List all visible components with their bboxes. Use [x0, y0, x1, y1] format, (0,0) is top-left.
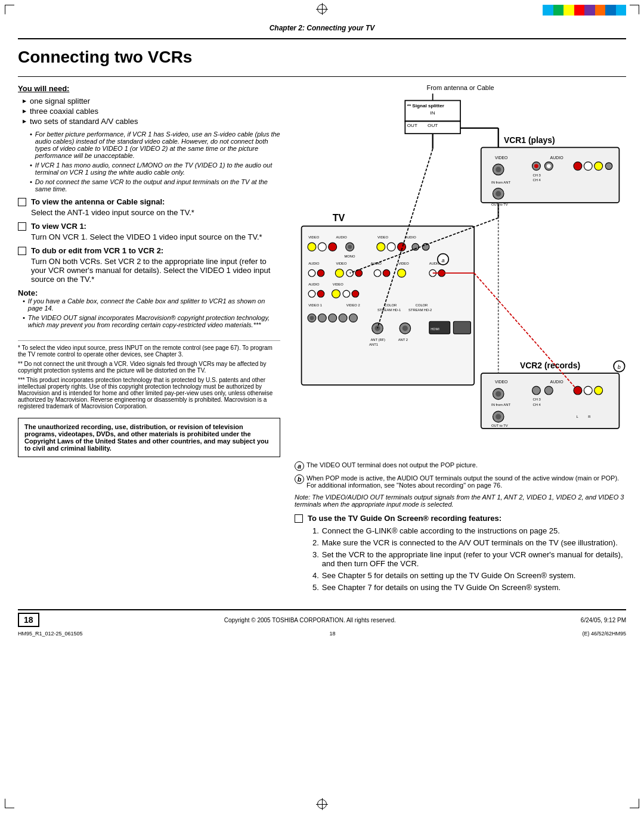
svg-point-54 — [374, 269, 381, 277]
svg-text:** Signal splitter: ** Signal splitter — [407, 103, 445, 108]
svg-point-100 — [544, 386, 553, 395]
svg-text:IN: IN — [431, 110, 435, 116]
svg-text:VIDEO: VIDEO — [336, 262, 347, 265]
svg-text:OUT: OUT — [428, 123, 438, 128]
sub-note-item: For better picture performance, if VCR 1… — [30, 131, 280, 159]
svg-point-83 — [402, 325, 408, 331]
you-will-need-title: You will need: — [18, 84, 280, 93]
annotation-b-letter: b — [295, 474, 304, 484]
bottom-bar: 18 Copyright © 2005 TOSHIBA CORPORATION.… — [18, 609, 626, 627]
svg-point-20 — [574, 162, 582, 170]
svg-point-104 — [584, 386, 592, 395]
footnote-3: *** This product incorporates protection… — [18, 377, 280, 409]
bottom-right: 6/24/05, 9:12 PM — [581, 617, 626, 623]
tvguide-checkbox: To use the TV Guide On Screen® recording… — [295, 514, 626, 595]
page-content: Chapter 2: Connecting your TV Connecting… — [18, 18, 626, 795]
svg-point-77 — [349, 314, 358, 322]
copyright: Copyright © 2005 TOSHIBA CORPORATION. Al… — [224, 617, 396, 623]
svg-point-51 — [335, 269, 343, 277]
list-item: three coaxial cables — [23, 107, 280, 116]
svg-point-107 — [496, 414, 501, 419]
page-title: Connecting two VCRs — [18, 48, 626, 67]
svg-point-73 — [309, 316, 314, 320]
svg-point-61 — [308, 290, 315, 297]
svg-text:CH 4: CH 4 — [533, 178, 541, 182]
title-divider — [18, 38, 626, 39]
svg-point-37 — [348, 245, 352, 249]
svg-point-55 — [383, 269, 390, 277]
svg-text:AUDIO: AUDIO — [336, 235, 348, 239]
step-3-body: Turn ON both VCRs. Set VCR 2 to the appr… — [31, 257, 280, 284]
svg-point-56 — [398, 269, 406, 277]
svg-text:IN from ANT: IN from ANT — [491, 181, 510, 184]
tvguide-checkbox-box[interactable] — [295, 514, 303, 523]
color-bars — [543, 5, 626, 15]
sub-note-item: If VCR 1 has mono audio, connect L/MONO … — [30, 162, 280, 176]
step-3-title: To dub or edit from VCR 1 to VCR 2: — [31, 246, 163, 255]
svg-text:R: R — [588, 415, 590, 418]
svg-text:AUDIO: AUDIO — [550, 156, 564, 160]
note-section: Note: If you have a Cable box, connect t… — [18, 288, 280, 328]
svg-text:VIDEO: VIDEO — [333, 283, 343, 286]
svg-text:VIDEO 1: VIDEO 1 — [308, 303, 322, 307]
svg-text:OUT to TV: OUT to TV — [491, 203, 508, 206]
footnote-area: * To select the video input source, pres… — [18, 340, 280, 409]
diagram-area: From antenna or Cable ** Signal splitter… — [295, 84, 626, 454]
svg-text:STREAM HD-2: STREAM HD-2 — [408, 308, 432, 312]
svg-text:VIDEO: VIDEO — [398, 262, 409, 265]
checkbox-2[interactable] — [18, 222, 26, 231]
note-list: If you have a Cable box, connect the Cab… — [23, 297, 280, 328]
checkbox-1[interactable] — [18, 198, 26, 206]
step-2-body: Turn ON VCR 1. Select the VIDEO 1 video … — [31, 232, 280, 241]
footnote-1: * To select the video input source, pres… — [18, 345, 280, 358]
annotation-a: a The VIDEO OUT terminal does not output… — [295, 461, 626, 471]
svg-point-25 — [496, 191, 501, 196]
svg-text:VIDEO 2: VIDEO 2 — [346, 303, 360, 307]
list-item: one signal splitter — [23, 97, 280, 105]
svg-text:VIDEO: VIDEO — [495, 156, 508, 160]
svg-point-75 — [329, 314, 337, 322]
svg-point-15 — [534, 164, 538, 168]
svg-point-50 — [317, 269, 324, 277]
svg-text:STREAM HD-1: STREAM HD-1 — [377, 308, 401, 312]
svg-point-74 — [318, 314, 326, 322]
tvguide-item: 2. Make sure the VCR is connected to the… — [312, 538, 626, 547]
svg-point-63 — [332, 290, 340, 298]
annotation-b-text: When POP mode is active, the AUDIO OUT t… — [306, 474, 626, 489]
reg-mark-top — [316, 3, 328, 15]
svg-point-97 — [496, 391, 501, 396]
right-column: From antenna or Cable ** Signal splitter… — [295, 84, 626, 600]
note-item: If you have a Cable box, connect the Cab… — [23, 297, 280, 312]
annotation-a-letter: a — [295, 461, 304, 471]
svg-text:OUT: OUT — [407, 123, 417, 128]
svg-text:AUDIO: AUDIO — [550, 380, 564, 384]
tvguide-section: To use the TV Guide On Screen® recording… — [295, 514, 626, 595]
svg-text:ANT1: ANT1 — [369, 343, 378, 346]
svg-text:COLOR: COLOR — [385, 303, 397, 307]
main-content: You will need: one signal splitter three… — [18, 84, 626, 600]
bottom-center-page: 18 — [330, 631, 336, 637]
svg-text:OUT to TV: OUT to TV — [491, 424, 508, 427]
tvguide-item: 4. See Chapter 5 for details on setting … — [312, 571, 626, 580]
list-item: two sets of standard A/V cables — [23, 117, 280, 126]
svg-text:MONO: MONO — [344, 255, 355, 258]
svg-point-21 — [584, 162, 592, 170]
svg-text:AUDIO: AUDIO — [405, 235, 416, 239]
svg-text:VIDEO: VIDEO — [377, 235, 388, 239]
svg-text:CH 3: CH 3 — [533, 398, 541, 401]
note-italic: Note: The VIDEO/AUDIO OUT terminals outp… — [295, 494, 626, 508]
svg-point-40 — [387, 243, 395, 251]
step-1-title: To view the antenna or Cable signal: — [31, 197, 165, 206]
svg-text:b: b — [618, 364, 621, 370]
svg-point-42 — [412, 243, 419, 250]
svg-text:VCR1 (plays): VCR1 (plays) — [504, 135, 555, 145]
step-2: To view VCR 1: Turn ON VCR 1. Select the… — [18, 222, 280, 241]
corner-mark-tr — [630, 5, 639, 14]
checkbox-3[interactable] — [18, 247, 26, 255]
svg-point-35 — [329, 243, 337, 251]
tvguide-title: To use the TV Guide On Screen® recording… — [308, 514, 501, 523]
connection-diagram: ** Signal splitter IN OUT OUT VCR1 (play… — [295, 94, 626, 452]
svg-point-12 — [496, 167, 501, 172]
svg-text:ANT (RF): ANT (RF) — [370, 338, 385, 342]
warning-box: The unauthorized recording, use, distrib… — [18, 418, 280, 457]
